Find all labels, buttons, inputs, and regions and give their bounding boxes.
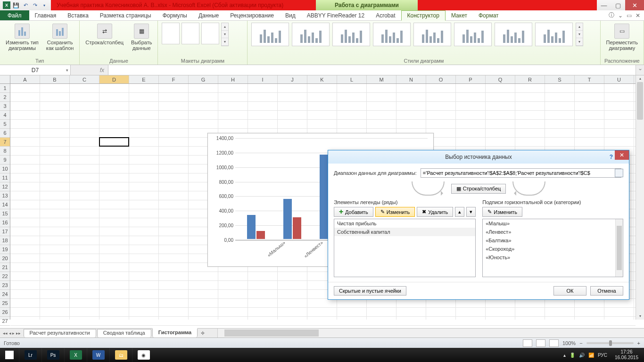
row-header[interactable]: 22: [0, 272, 10, 281]
chevron-down-icon[interactable]: ▾: [66, 68, 68, 73]
row-header[interactable]: 1: [0, 84, 10, 93]
column-header[interactable]: N: [396, 75, 426, 83]
switch-row-column-button[interactable]: ⇄ Строка/столбец: [83, 23, 125, 46]
column-header[interactable]: B: [40, 75, 70, 83]
row-header[interactable]: 27: [0, 317, 10, 326]
cancel-button[interactable]: Отмена: [590, 286, 623, 296]
column-header[interactable]: C: [70, 75, 99, 83]
column-header[interactable]: A: [10, 75, 40, 83]
zoom-slider[interactable]: [586, 342, 634, 344]
page-layout-view-button[interactable]: [536, 339, 545, 347]
vertical-scrollbar[interactable]: ▴ ▾: [636, 75, 644, 320]
close-button[interactable]: ✕: [625, 0, 644, 10]
dialog-close-button[interactable]: ✕: [615, 150, 629, 160]
tab-formulas[interactable]: Формулы: [157, 10, 193, 20]
maximize-button[interactable]: ▢: [611, 0, 625, 10]
name-box[interactable]: D7▾: [0, 65, 71, 75]
scrollbar-thumb[interactable]: [637, 82, 643, 120]
row-header[interactable]: 25: [0, 299, 10, 308]
row-header[interactable]: 7: [0, 138, 10, 147]
column-header[interactable]: Q: [486, 75, 515, 83]
chart-layout-option[interactable]: [162, 23, 180, 44]
horizontal-scrollbar[interactable]: [217, 329, 644, 337]
series-listbox[interactable]: Чистая прибыльСобственный капитал: [334, 219, 476, 277]
workbook-close-icon[interactable]: ✕: [636, 12, 640, 19]
row-header[interactable]: 6: [0, 129, 10, 138]
category-list-item[interactable]: «Юность»: [483, 253, 623, 262]
select-all-corner[interactable]: [0, 75, 10, 84]
zoom-out-button[interactable]: −: [579, 340, 582, 346]
chart-style-option[interactable]: [292, 23, 330, 46]
hidden-empty-cells-button[interactable]: Скрытые и пустые ячейки: [334, 286, 406, 296]
dialog-help-icon[interactable]: ?: [610, 154, 613, 160]
row-header[interactable]: 11: [0, 173, 10, 182]
scroll-up-icon[interactable]: ▴: [636, 75, 644, 82]
ribbon-min-icon[interactable]: ⓘ: [609, 11, 614, 19]
file-tab[interactable]: Файл: [0, 10, 29, 20]
select-data-button[interactable]: ▦ Выбрать данные: [129, 23, 154, 52]
column-header[interactable]: K: [307, 75, 337, 83]
row-header[interactable]: 3: [0, 102, 10, 111]
active-cell[interactable]: [99, 137, 129, 147]
row-header[interactable]: 9: [0, 156, 10, 165]
edit-series-button[interactable]: ✎Изменить: [375, 207, 415, 217]
chart-style-option[interactable]: [495, 23, 532, 46]
zoom-in-button[interactable]: +: [637, 340, 640, 346]
remove-series-button[interactable]: ✖Удалить: [417, 207, 453, 217]
column-header[interactable]: H: [218, 75, 248, 83]
chart-style-option[interactable]: [413, 23, 451, 46]
row-header[interactable]: 19: [0, 245, 10, 254]
spreadsheet-grid[interactable]: ABCDEFGHIJKLMNOPQRSTU 123456789101112131…: [0, 75, 644, 328]
column-header[interactable]: P: [456, 75, 486, 83]
system-tray[interactable]: ▴ 🔋 🔊 📶 РУС 17:2616.06.2015: [563, 349, 644, 361]
sheet-tab[interactable]: Сводная таблица: [97, 329, 151, 337]
move-up-button[interactable]: ▴: [455, 207, 464, 217]
chart-layout-option[interactable]: [182, 23, 199, 44]
tray-icon[interactable]: 📶: [588, 353, 594, 358]
column-header[interactable]: M: [367, 75, 396, 83]
chart-style-option[interactable]: [251, 23, 289, 46]
sheet-nav[interactable]: ◂◂ ◂ ▸ ▸▸: [0, 329, 24, 337]
row-headers[interactable]: 1234567891011121314151617181920212223242…: [0, 84, 10, 320]
series-list-item[interactable]: Чистая прибыль: [334, 219, 475, 228]
sheet-tab[interactable]: Гистограмма: [152, 328, 198, 337]
tab-abbyy[interactable]: ABBYY FineReader 12: [301, 10, 371, 20]
column-header[interactable]: D: [99, 75, 129, 83]
column-header[interactable]: F: [159, 75, 189, 83]
formula-input[interactable]: [108, 65, 636, 75]
category-list-item[interactable]: «Балтика»: [483, 236, 623, 245]
sheet-tab[interactable]: Расчет результативности: [24, 329, 96, 337]
tray-icon[interactable]: ▴: [563, 353, 566, 358]
formula-expand-icon[interactable]: ⌄: [636, 65, 644, 75]
column-header[interactable]: S: [545, 75, 575, 83]
tray-icon[interactable]: 🔋: [570, 353, 575, 358]
tab-layout[interactable]: Макет: [446, 10, 473, 20]
taskbar-app-photoshop[interactable]: Ps: [41, 348, 64, 362]
row-header[interactable]: 14: [0, 200, 10, 209]
column-header[interactable]: R: [515, 75, 545, 83]
fx-button[interactable]: fx: [71, 65, 108, 75]
row-header[interactable]: 24: [0, 290, 10, 299]
tab-acrobat[interactable]: Acrobat: [370, 10, 401, 20]
column-header[interactable]: T: [575, 75, 604, 83]
chart-style-option[interactable]: [535, 23, 573, 46]
row-header[interactable]: 5: [0, 120, 10, 129]
row-header[interactable]: 21: [0, 263, 10, 272]
tray-lang[interactable]: РУС: [598, 353, 607, 358]
qat-customize-icon[interactable]: ▾: [41, 1, 48, 9]
tab-format[interactable]: Формат: [473, 10, 504, 20]
tray-icon[interactable]: 🔊: [579, 353, 585, 358]
tab-home[interactable]: Главная: [29, 10, 62, 20]
row-header[interactable]: 20: [0, 254, 10, 263]
page-break-view-button[interactable]: [549, 339, 559, 347]
range-picker-button[interactable]: [615, 169, 623, 177]
chart-layout-option[interactable]: [201, 23, 219, 44]
tab-design[interactable]: Конструктор: [401, 10, 446, 21]
category-list-item[interactable]: «Малыш»: [483, 219, 623, 228]
row-header[interactable]: 10: [0, 165, 10, 173]
categories-listbox[interactable]: «Малыш»«Ленвест»«Балтика»«Скороход»«Юнос…: [482, 219, 623, 277]
column-header[interactable]: G: [189, 75, 218, 83]
minimize-button[interactable]: —: [597, 0, 611, 10]
row-header[interactable]: 15: [0, 209, 10, 218]
chart-style-option[interactable]: [373, 23, 411, 46]
